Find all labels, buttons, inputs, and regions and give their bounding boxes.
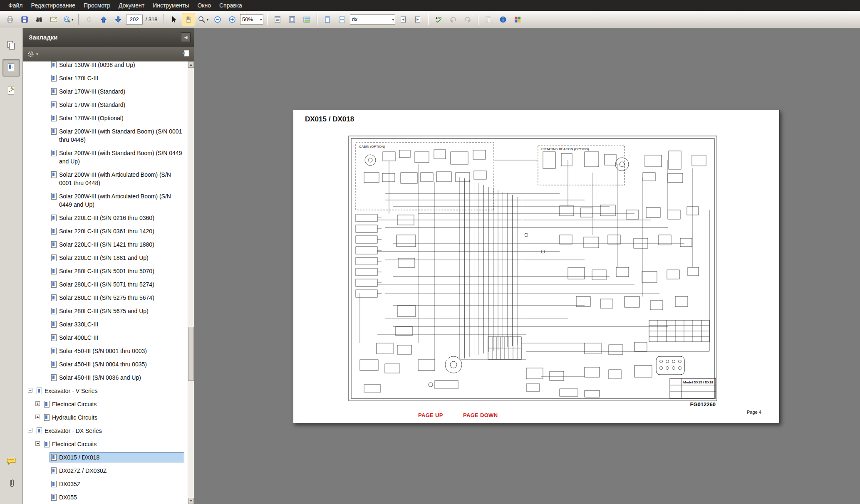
- bookmark-item[interactable]: Solar 170W-III (Standard): [23, 98, 188, 111]
- bookmark-item[interactable]: Solar 200W-III (with Articulated Boom) (…: [23, 190, 188, 211]
- expand-toggle[interactable]: −: [35, 441, 40, 446]
- bookmark-item[interactable]: Solar 220LC-III (S/N 1421 thru 1880): [23, 238, 188, 251]
- comments-panel-button[interactable]: [2, 452, 20, 470]
- bookmark-page-icon: [51, 193, 57, 200]
- fit-width-button[interactable]: [300, 13, 313, 26]
- find-combo[interactable]: ▾: [350, 14, 396, 25]
- select-tool-button[interactable]: [167, 13, 181, 26]
- options-menu-button[interactable]: ▾: [27, 50, 38, 58]
- fit-page-button[interactable]: [285, 13, 299, 26]
- dropdown-caret-icon: ▾: [260, 17, 262, 22]
- previous-page-button[interactable]: [97, 13, 110, 26]
- zoom-level-combo[interactable]: ▾: [240, 14, 263, 25]
- expand-toggle[interactable]: −: [28, 388, 32, 393]
- print-button[interactable]: [3, 13, 17, 26]
- bookmark-item[interactable]: +Hydraulic Circuits: [23, 411, 188, 424]
- scroll-down-button[interactable]: ▼: [188, 498, 194, 504]
- pages-panel-button[interactable]: [2, 37, 20, 54]
- page-number-input[interactable]: [126, 15, 143, 25]
- figure-number: FG012260: [690, 401, 716, 408]
- bookmark-item[interactable]: Solar 450-III (S/N 0036 and Up): [23, 371, 188, 384]
- bookmark-item[interactable]: Solar 280LC-III (S/N 5001 thru 5070): [23, 264, 188, 278]
- expand-toggle[interactable]: −: [28, 428, 32, 432]
- undo-button[interactable]: [446, 13, 460, 26]
- svg-text:ABC: ABC: [436, 16, 441, 19]
- properties-button[interactable]: [496, 13, 510, 26]
- zoom-level-input[interactable]: [240, 15, 260, 23]
- bookmarks-panel: Закладки ◀ ▾ Solar 130W-III (0098 and Up…: [23, 28, 194, 504]
- toolbar-separator: [267, 14, 268, 25]
- scrollbar-thumb[interactable]: [188, 327, 194, 381]
- bookmark-item[interactable]: Solar 200W-III (with Articulated Boom) (…: [23, 168, 188, 190]
- bookmark-item[interactable]: −Electrical Circuits: [23, 437, 188, 451]
- bookmark-label: DX035Z: [59, 480, 80, 488]
- save-button[interactable]: [18, 13, 31, 26]
- bookmark-item[interactable]: Solar 200W-III (with Standard Boom) (S/N…: [23, 146, 188, 168]
- bookmark-item[interactable]: DX055: [23, 491, 188, 504]
- export-button[interactable]: ▾: [62, 13, 75, 26]
- spellcheck-button[interactable]: ABC: [432, 13, 445, 26]
- zoom-out-button[interactable]: [211, 13, 224, 26]
- continuous-view-button[interactable]: [335, 13, 349, 26]
- bookmark-item[interactable]: Solar 280LC-III (S/N 5071 thru 5274): [23, 278, 188, 291]
- bookmark-item[interactable]: Solar 200W-III (with Standard Boom) (S/N…: [23, 125, 188, 146]
- bookmark-page-icon: [51, 254, 57, 261]
- attachments-panel-button[interactable]: [2, 475, 20, 492]
- bookmark-item[interactable]: DX035Z: [23, 477, 188, 491]
- bookmark-item[interactable]: Solar 170LC-III: [23, 72, 188, 85]
- signatures-panel-button[interactable]: [2, 82, 20, 99]
- find-next-button[interactable]: [411, 13, 424, 26]
- previous-view-button[interactable]: [82, 13, 96, 26]
- bookmark-item[interactable]: Solar 330LC-III: [23, 318, 188, 331]
- snapshot-grid-button[interactable]: [511, 13, 524, 26]
- bookmark-item[interactable]: Solar 220LC-III (S/N 1881 and Up): [23, 251, 188, 264]
- single-page-button[interactable]: [321, 13, 334, 26]
- document-view[interactable]: CABIN (OPTION) ROTATING BEACON (OPTION) …: [194, 28, 860, 504]
- menu-help[interactable]: Справка: [215, 1, 246, 10]
- bookmark-item[interactable]: −Excavator - V Series: [23, 384, 188, 398]
- scroll-up-button[interactable]: ▲: [188, 62, 194, 68]
- bookmark-page-icon: [51, 88, 57, 95]
- zoom-in-button[interactable]: [226, 13, 239, 26]
- copy-pages-button[interactable]: [482, 13, 495, 26]
- menu-window[interactable]: Окно: [193, 1, 215, 10]
- menu-document[interactable]: Документ: [114, 1, 149, 10]
- bookmark-item[interactable]: +Electrical Circuits: [23, 398, 188, 411]
- search-button[interactable]: [32, 13, 46, 26]
- dropdown-caret-icon: ▾: [392, 17, 394, 22]
- zoom-tool-button[interactable]: ▾: [196, 13, 210, 26]
- bookmark-item[interactable]: −Excavator - DX Series: [23, 424, 188, 437]
- bookmark-item[interactable]: Solar 130W-III (0098 and Up): [23, 62, 188, 72]
- bookmarks-panel-button[interactable]: [2, 59, 20, 77]
- bookmark-item[interactable]: Solar 400LC-III: [23, 331, 188, 344]
- page-up-link[interactable]: PAGE UP: [418, 412, 443, 418]
- hand-icon: [184, 15, 193, 24]
- bookmark-item[interactable]: Solar 220LC-III (S/N 0361 thru 1420): [23, 225, 188, 238]
- bookmark-item-selected[interactable]: DX015 / DX018: [23, 451, 188, 464]
- next-page-button[interactable]: [112, 13, 125, 26]
- bookmark-item[interactable]: Solar 280LC-III (S/N 5675 and Up): [23, 304, 188, 318]
- find-previous-button[interactable]: [397, 13, 410, 26]
- menu-view[interactable]: Просмотр: [79, 1, 114, 10]
- actual-size-button[interactable]: 100: [271, 13, 284, 26]
- redo-button[interactable]: [461, 13, 474, 26]
- page-down-link[interactable]: PAGE DOWN: [463, 412, 498, 418]
- bookmark-item[interactable]: Solar 280LC-III (S/N 5275 thru 5674): [23, 291, 188, 304]
- bookmark-item[interactable]: Solar 450-III (S/N 0004 thru 0035): [23, 358, 188, 371]
- menu-tools[interactable]: Инструменты: [149, 1, 193, 10]
- bookmark-item[interactable]: Solar 220LC-III (S/N 0216 thru 0360): [23, 211, 188, 225]
- dropdown-caret-icon: ▾: [206, 17, 208, 22]
- bookmark-item[interactable]: Solar 450-III (S/N 0001 thru 0003): [23, 344, 188, 358]
- menu-file[interactable]: Файл: [4, 1, 27, 10]
- find-input[interactable]: [350, 15, 392, 23]
- bookmark-item[interactable]: Solar 170W-III (Standard): [23, 85, 188, 98]
- email-button[interactable]: [47, 13, 60, 26]
- collapse-panel-button[interactable]: ◀: [181, 32, 191, 42]
- bookmark-item[interactable]: Solar 170W-III (Optional): [23, 111, 188, 125]
- bookmark-item[interactable]: DX027Z / DX030Z: [23, 464, 188, 477]
- menu-edit[interactable]: Редактирование: [27, 1, 79, 10]
- expand-toggle[interactable]: +: [35, 415, 40, 419]
- expand-current-bookmark-button[interactable]: [181, 49, 190, 59]
- expand-toggle[interactable]: +: [35, 401, 40, 406]
- hand-tool-button[interactable]: [182, 13, 195, 26]
